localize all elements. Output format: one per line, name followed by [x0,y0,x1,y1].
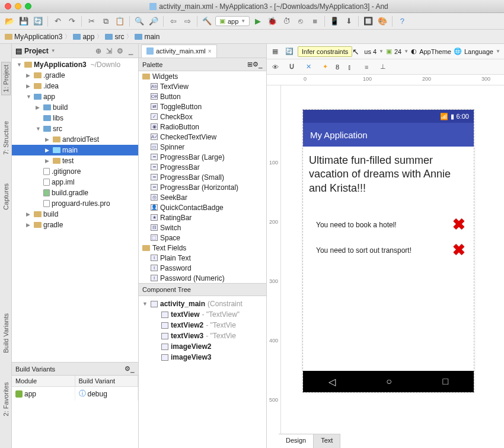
tree-row[interactable]: ▼app [12,91,138,102]
run-config-selector[interactable]: ▣ app ▼ [215,16,250,26]
sdk-icon[interactable]: ⬇ [343,15,355,27]
redo-icon[interactable]: ↷ [66,15,78,27]
palette-item[interactable]: ★RatingBar [139,212,266,223]
palette-item[interactable]: ✓CheckBox [139,112,266,122]
make-icon[interactable]: 🔨 [201,15,213,27]
tab-design[interactable]: Design [279,434,314,448]
run-icon[interactable]: ▶ [252,15,264,27]
profile-icon[interactable]: ⏱ [280,15,292,27]
align-icon[interactable]: ≡ [361,61,372,73]
avd-icon[interactable]: 📱 [328,15,340,27]
palette-item[interactable]: 👤QuickContactBadge [139,202,266,212]
collapse-all-icon[interactable]: ⇲ [105,47,113,55]
palette-item[interactable]: ⊟Switch [139,223,266,233]
nav-recent-icon[interactable]: □ [443,376,449,387]
undo-icon[interactable]: ↶ [52,15,63,27]
preview-heading[interactable]: Ultimate fun-filled summer vacation of d… [309,154,468,195]
nav-back-icon[interactable]: ◁ [328,376,336,387]
default-margin[interactable]: 8 [336,63,339,71]
scroll-from-source-icon[interactable]: ⊕ [94,47,103,55]
hide-icon[interactable]: ⎯ [130,366,135,373]
palette-view-icon[interactable]: ⊞ [247,61,253,68]
rail-build-variants[interactable]: Build Variants [2,311,10,355]
expand-arrow[interactable]: ▶ [45,147,51,153]
palette-item[interactable]: ━ProgressBar (Small) [139,172,266,182]
zoom-window[interactable] [25,3,31,9]
open-icon[interactable]: 📂 [4,15,15,27]
save-icon[interactable]: 💾 [18,15,30,27]
find-icon[interactable]: 🔍 [133,15,145,27]
component-row[interactable]: textView - "TextView" [139,309,266,320]
expand-arrow[interactable]: ▶ [26,211,32,217]
expand-arrow[interactable]: ▶ [26,222,32,228]
tree-root[interactable]: ▼ MyApplication3 ~/Downlo [12,59,138,70]
rail-structure[interactable]: 7: Structure [2,119,10,157]
design-canvas[interactable]: 100 200 300 400 500 📶 ▮ 6:00 My Applicat… [267,85,504,448]
theme-editor-icon[interactable]: 🎨 [377,15,388,27]
rail-favorites[interactable]: 2: Favorites [2,380,10,418]
expand-arrow[interactable]: ▼ [142,301,148,307]
expand-arrow[interactable]: ▶ [45,158,51,164]
x-mark-icon[interactable]: ✖ [452,241,465,259]
pack-icon[interactable]: ⫿ [344,61,356,73]
rail-project[interactable]: 1: Project [1,62,11,95]
design-surface-icon[interactable]: ▦ [269,46,281,58]
tree-row[interactable]: ▶gradle [12,220,138,230]
minimize-window[interactable] [15,3,21,9]
orientation-icon[interactable]: 🔄 [283,46,295,58]
component-row[interactable]: imageView2 [139,341,266,352]
breadcrumb-item[interactable]: MyApplication3 [5,33,62,41]
tree-row[interactable]: app.iml [12,177,138,188]
palette-item[interactable]: ━ProgressBar (Large) [139,152,266,162]
language-selector[interactable]: Language [464,48,493,55]
theme-selector[interactable]: AppTheme [419,48,451,55]
autoconnect-icon[interactable]: ᑌ [286,61,298,73]
hide-icon[interactable]: ⎯ [259,61,263,68]
help-icon[interactable]: ? [396,15,408,27]
palette-item[interactable]: AbTextView [139,81,266,91]
tree-row[interactable]: ▶build [12,102,138,113]
palette-item[interactable]: IPassword (Numeric) [139,273,266,283]
component-tree[interactable]: ▼activity_main (ConstrainttextView - "Te… [139,296,266,448]
x-mark-icon[interactable]: ✖ [452,215,465,234]
tree-row[interactable]: ▶androidTest [12,134,138,145]
palette-item[interactable]: A✓CheckedTextView [139,132,266,142]
expand-arrow[interactable]: ▶ [36,104,42,110]
layout-inspector-icon[interactable]: 🔲 [362,15,374,27]
palette-group[interactable]: Widgets [139,71,266,81]
palette-item[interactable]: OKButton [139,91,266,101]
close-window[interactable] [5,3,11,9]
rail-captures[interactable]: Captures [2,181,10,212]
tree-row[interactable]: ▼src [12,123,138,134]
expand-arrow[interactable]: ▶ [26,83,32,89]
tree-row[interactable]: ▶.idea [12,81,138,91]
editor-tab-active[interactable]: activity_main.xml × [141,45,217,58]
infer-constraints-icon[interactable]: ✦ [319,61,331,73]
device-preview[interactable]: 📶 ▮ 6:00 My Application Ultimate fun-fil… [302,109,474,393]
palette-list[interactable]: WidgetsAbTextViewOKButton⇄ToggleButton✓C… [139,71,266,283]
gear-icon[interactable]: ⚙ [125,365,130,373]
api-selector[interactable]: 24 [394,48,401,55]
clear-constraints-icon[interactable]: ✕ [302,61,314,73]
sync-icon[interactable]: 🔄 [32,15,44,27]
expand-arrow[interactable]: ▶ [26,72,32,78]
hide-icon[interactable]: ⎯ [126,47,135,55]
preview-task-row[interactable]: You need to book a hotel! ✖ [309,212,468,237]
breadcrumb-item[interactable]: main [135,33,160,41]
forward-icon[interactable]: ⇨ [181,15,193,27]
tree-row[interactable]: ▶.gradle [12,70,138,81]
show-constraints-icon[interactable]: 👁 [269,61,281,73]
expand-arrow[interactable]: ▶ [45,136,51,142]
breadcrumb-item[interactable]: app [73,33,94,41]
palette-item[interactable]: ◎SeekBar [139,192,266,202]
component-row[interactable]: textView2 - "TextVie [139,320,266,331]
palette-item[interactable]: ━ProgressBar [139,162,266,172]
attach-icon[interactable]: ⎋ [295,15,307,27]
tree-row[interactable]: libs [12,113,138,123]
component-row[interactable]: imageView3 [139,352,266,363]
nav-home-icon[interactable]: ○ [386,376,392,387]
debug-icon[interactable]: 🐞 [266,15,278,27]
cut-icon[interactable]: ✂ [85,15,97,27]
palette-item[interactable]: IPlain Text [139,253,266,263]
back-icon[interactable]: ⇦ [167,15,179,27]
